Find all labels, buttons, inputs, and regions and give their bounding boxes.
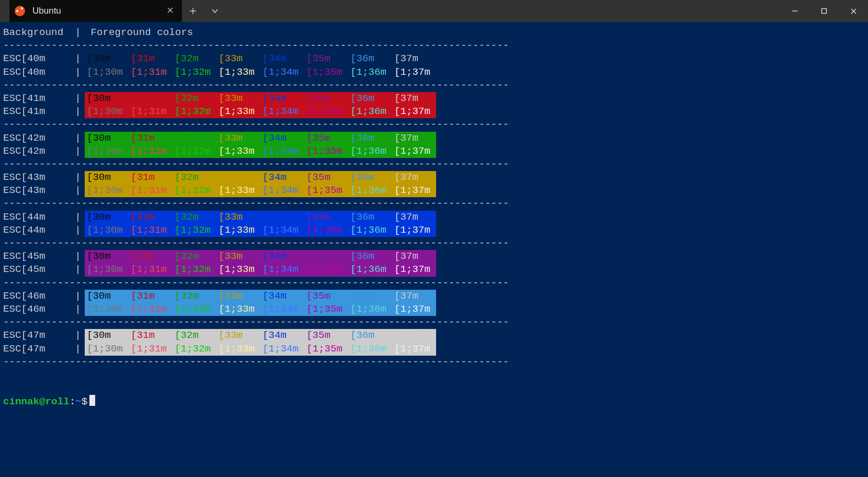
divider: ----------------------------------------…: [3, 356, 865, 369]
color-cell: [1;35m: [304, 105, 348, 118]
color-cell: [1;35m: [304, 263, 348, 276]
color-row: ESC[44m|[1;30m[1;31m[1;32m[1;33m[1;34m[1…: [3, 224, 865, 237]
color-cell: [1;37m: [392, 263, 436, 276]
color-row: ESC[47m|[30m[31m[32m[33m[34m[35m[36m[37m: [3, 329, 865, 342]
color-strip: [1;30m[1;31m[1;32m[1;33m[1;34m[1;35m[1;3…: [85, 66, 436, 79]
color-cell: [1;34m: [260, 224, 304, 237]
color-cell: [1;32m: [173, 343, 216, 356]
color-cell: [35m: [304, 92, 348, 105]
color-cell: [1;33m: [216, 263, 260, 276]
color-cell: [34m: [260, 250, 304, 263]
color-cell: [1;33m: [216, 145, 260, 158]
color-cell: [31m: [129, 171, 173, 184]
color-cell: [32m: [173, 211, 216, 224]
color-row: ESC[44m|[30m[31m[32m[33m[34m[35m[36m[37m: [3, 211, 865, 224]
color-cell: [30m: [85, 171, 129, 184]
color-cell: [37m: [392, 250, 436, 263]
color-cell: [1;32m: [173, 224, 216, 237]
color-cell: [35m: [304, 171, 348, 184]
header-sep: |: [71, 26, 85, 39]
row-label: ESC[47m: [3, 329, 71, 342]
color-strip: [1;30m[1;31m[1;32m[1;33m[1;34m[1;35m[1;3…: [85, 263, 436, 276]
color-cell: [32m: [173, 52, 216, 65]
color-cell: [1;34m: [260, 145, 304, 158]
color-cell: [36m: [348, 290, 392, 303]
color-cell: [1;35m: [304, 66, 348, 79]
row-label: ESC[44m: [3, 211, 71, 224]
color-cell: [30m: [85, 132, 129, 145]
color-cell: [34m: [260, 290, 304, 303]
color-cell: [1;36m: [348, 105, 392, 118]
close-window-button[interactable]: [839, 0, 868, 22]
color-row: ESC[43m|[1;30m[1;31m[1;32m[1;33m[1;34m[1…: [3, 184, 865, 197]
color-cell: [1;31m: [129, 263, 173, 276]
color-row: ESC[46m|[30m[31m[32m[33m[34m[35m[36m[37m: [3, 290, 865, 303]
color-cell: [36m: [348, 211, 392, 224]
blank-line: [3, 382, 865, 395]
color-cell: [33m: [216, 171, 260, 184]
color-strip: [1;30m[1;31m[1;32m[1;33m[1;34m[1;35m[1;3…: [85, 184, 436, 197]
maximize-button[interactable]: [809, 0, 839, 22]
color-cell: [1;34m: [260, 303, 304, 316]
row-label: ESC[42m: [3, 145, 71, 158]
color-cell: [1;34m: [260, 263, 304, 276]
color-row: ESC[47m|[1;30m[1;31m[1;32m[1;33m[1;34m[1…: [3, 343, 865, 356]
tab-ubuntu[interactable]: Ubuntu: [9, 0, 182, 22]
tab-dropdown-button[interactable]: [204, 0, 226, 22]
row-label: ESC[41m: [3, 105, 71, 118]
divider: ----------------------------------------…: [3, 79, 865, 92]
color-strip: [30m[31m[32m[33m[34m[35m[36m[37m: [85, 290, 436, 303]
color-cell: [1;36m: [348, 343, 392, 356]
row-sep: |: [71, 92, 85, 105]
color-cell: [1;31m: [129, 105, 173, 118]
close-tab-button[interactable]: [163, 7, 177, 16]
row-sep: |: [71, 105, 85, 118]
color-row: ESC[43m|[30m[31m[32m[33m[34m[35m[36m[37m: [3, 171, 865, 184]
color-cell: [1;37m: [392, 303, 436, 316]
color-cell: [1;32m: [173, 303, 216, 316]
blank-line: [3, 369, 865, 382]
color-cell: [33m: [216, 250, 260, 263]
color-cell: [36m: [348, 52, 392, 65]
ubuntu-icon: [15, 6, 25, 16]
color-row: ESC[41m|[1;30m[1;31m[1;32m[1;33m[1;34m[1…: [3, 105, 865, 118]
row-sep: |: [71, 290, 85, 303]
row-label: ESC[44m: [3, 224, 71, 237]
row-sep: |: [71, 66, 85, 79]
color-cell: [32m: [173, 92, 216, 105]
row-label: ESC[47m: [3, 343, 71, 356]
row-label: ESC[41m: [3, 92, 71, 105]
color-strip: [1;30m[1;31m[1;32m[1;33m[1;34m[1;35m[1;3…: [85, 303, 436, 316]
color-strip: [30m[31m[32m[33m[34m[35m[36m[37m: [85, 132, 436, 145]
color-cell: [31m: [129, 132, 173, 145]
new-tab-button[interactable]: [182, 0, 204, 22]
color-cell: [1;31m: [129, 343, 173, 356]
color-cell: [35m: [304, 250, 348, 263]
shell-prompt[interactable]: cinnak@roll:~$: [3, 395, 865, 408]
svg-rect-0: [822, 9, 827, 14]
color-cell: [1;37m: [392, 184, 436, 197]
color-cell: [1;31m: [129, 224, 173, 237]
row-label: ESC[40m: [3, 66, 71, 79]
color-cell: [1;30m: [85, 145, 129, 158]
terminal-output[interactable]: Background| Foreground colors-----------…: [0, 22, 868, 412]
table-header: Background| Foreground colors: [3, 26, 865, 39]
color-cell: [34m: [260, 329, 304, 342]
color-cell: [1;30m: [85, 105, 129, 118]
color-cell: [36m: [348, 132, 392, 145]
color-cell: [1;35m: [304, 303, 348, 316]
color-row: ESC[40m|[1;30m[1;31m[1;32m[1;33m[1;34m[1…: [3, 66, 865, 79]
minimize-button[interactable]: [780, 0, 809, 22]
row-sep: |: [71, 184, 85, 197]
color-cell: [32m: [173, 171, 216, 184]
color-cell: [1;30m: [85, 184, 129, 197]
color-cell: [1;34m: [260, 66, 304, 79]
divider: ----------------------------------------…: [3, 39, 865, 52]
color-cell: [33m: [216, 52, 260, 65]
color-row: ESC[45m|[1;30m[1;31m[1;32m[1;33m[1;34m[1…: [3, 263, 865, 276]
color-cell: [32m: [173, 290, 216, 303]
color-cell: [37m: [392, 52, 436, 65]
color-cell: [34m: [260, 171, 304, 184]
color-cell: [1;33m: [216, 105, 260, 118]
row-label: ESC[42m: [3, 132, 71, 145]
